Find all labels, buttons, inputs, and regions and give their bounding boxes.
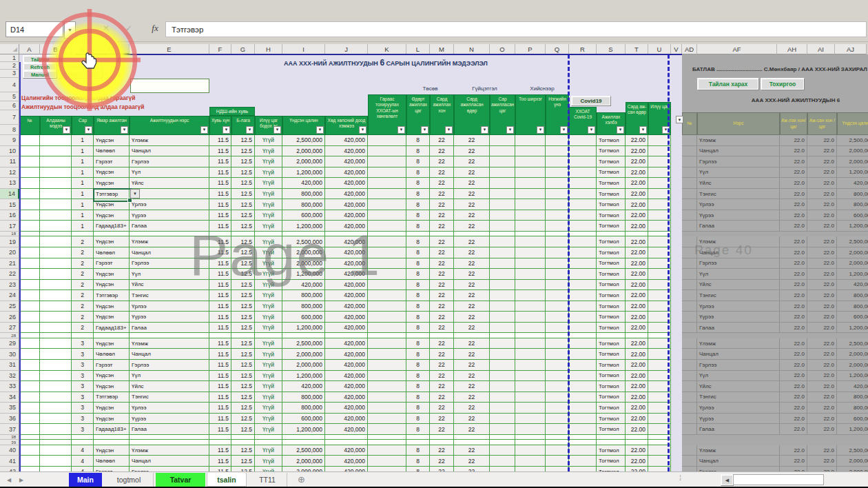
cell-J21[interactable]: 420,000 — [325, 258, 368, 270]
cell-J14[interactable]: 420,000 — [325, 189, 368, 200]
cell-L34[interactable]: 8 — [406, 392, 430, 403]
panel-cell-r41c1[interactable]: Чанцал — [697, 456, 780, 467]
cell-T37[interactable]: 22.00 — [626, 424, 648, 435]
cell-T27[interactable]: 22.00 — [626, 323, 648, 334]
cell-A17[interactable] — [19, 221, 40, 232]
cell-B36[interactable] — [40, 414, 72, 425]
cell-D38[interactable] — [94, 435, 130, 440]
panel-cell-r14c2[interactable]: 22.0 — [780, 189, 807, 200]
cell-A36[interactable] — [19, 414, 40, 425]
panel-cell-r27c0[interactable] — [682, 323, 697, 334]
cell-A9[interactable] — [19, 135, 40, 146]
cell-O39[interactable] — [490, 440, 515, 445]
cell-G9[interactable]: 12.5 — [231, 135, 255, 146]
cell-A30[interactable] — [19, 349, 40, 360]
cell-N29[interactable]: 22 — [454, 338, 490, 349]
cell-H28[interactable] — [255, 333, 282, 338]
column-header-J[interactable]: J — [325, 44, 368, 54]
panel-cell-r24c1[interactable]: Тэнгис — [697, 290, 780, 301]
cell-T33[interactable]: 22.00 — [626, 381, 648, 392]
cell-H25[interactable]: Үгүй — [255, 301, 282, 312]
row-header-12[interactable]: 12 — [0, 167, 19, 179]
panel-cell-r26c2[interactable]: 22.0 — [780, 312, 807, 323]
cell-D31[interactable]: Гэрээт — [94, 360, 130, 371]
cell-Q34[interactable] — [546, 392, 569, 403]
cell-A26[interactable] — [19, 312, 40, 323]
cell-E26[interactable]: Үүрээ — [130, 312, 209, 323]
cell-D29[interactable]: Үндсэн — [94, 338, 130, 349]
column-header-N[interactable]: N — [454, 44, 490, 54]
cell-J10[interactable]: 420,000 — [325, 146, 368, 157]
row-header-14[interactable]: 14 — [0, 189, 19, 200]
cell-E28[interactable] — [130, 333, 209, 338]
row-header-21[interactable]: 21 — [0, 258, 19, 270]
cell-O15[interactable] — [490, 199, 515, 210]
cell-J18[interactable] — [325, 232, 368, 237]
cell-Q39[interactable] — [546, 440, 569, 445]
cell-E15[interactable]: Үрлээ — [130, 199, 209, 210]
panel-cell-r27c2[interactable]: 22.0 — [780, 323, 807, 334]
cell-R38[interactable] — [569, 435, 597, 440]
cell-D18[interactable] — [94, 232, 130, 237]
cell-D26[interactable]: Үндсэн — [94, 312, 130, 323]
row-header-3[interactable]: 3 — [0, 70, 19, 78]
cell-R10[interactable] — [569, 146, 597, 157]
panel-cell-r15c3[interactable]: 22.0 — [807, 199, 837, 210]
cell-B16[interactable] — [40, 210, 72, 221]
cell-A15[interactable] — [19, 199, 40, 210]
row-header-33[interactable]: 33 — [0, 381, 19, 392]
cell-I29[interactable]: 2,500,000 — [282, 338, 325, 349]
table-header-dpm[interactable]: Сард ажиллах хон▼ — [430, 94, 454, 135]
panel-cell-r35c0[interactable] — [682, 403, 697, 414]
cell-P16[interactable] — [515, 210, 546, 221]
cell-dropdown-button[interactable]: ▼ — [130, 189, 140, 199]
cell-L12[interactable]: 8 — [406, 167, 430, 179]
cell-G18[interactable] — [231, 232, 255, 237]
cell-S9[interactable]: Тогтмол — [597, 135, 626, 146]
cell-C25[interactable]: 2 — [72, 301, 94, 312]
cell-H11[interactable]: Үгүй — [255, 156, 282, 167]
cell-Q41[interactable] — [546, 456, 569, 467]
cell-E18[interactable] — [130, 232, 209, 237]
cell-O29[interactable] — [490, 338, 515, 349]
cell-C22[interactable]: 2 — [72, 269, 94, 280]
cell-B41[interactable] — [40, 456, 72, 467]
cell-F12[interactable]: 11.5 — [209, 167, 231, 179]
cell-R18[interactable] — [569, 232, 597, 237]
cell-S33[interactable]: Тогтмол — [597, 381, 626, 392]
cell-B9[interactable] — [40, 135, 72, 146]
panel-cell-r37c2[interactable]: 22.0 — [780, 424, 807, 435]
cell-F33[interactable]: 11.5 — [209, 381, 231, 392]
cell-Q12[interactable] — [546, 167, 569, 179]
cell-F24[interactable]: 11.5 — [209, 290, 231, 301]
cell-O37[interactable] — [490, 424, 515, 435]
cell-B19[interactable] — [40, 236, 72, 247]
filter-icon[interactable]: ▼ — [506, 126, 514, 134]
cell-O18[interactable] — [490, 232, 515, 237]
cell-K9[interactable] — [368, 135, 406, 146]
panel-cell-r10c4[interactable]: 2,000,000 — [837, 146, 868, 157]
cell-C12[interactable]: 1 — [72, 167, 94, 179]
cell-K24[interactable] — [368, 290, 406, 301]
cell-T41[interactable]: 22.00 — [626, 456, 648, 467]
cell-K31[interactable] — [368, 360, 406, 371]
filter-icon[interactable]: ▼ — [246, 126, 254, 134]
cell-P27[interactable] — [515, 323, 546, 334]
panel-cell-r32c3[interactable]: 22.0 — [807, 371, 837, 382]
cell-B25[interactable] — [40, 301, 72, 312]
cell-S29[interactable]: Тогтмол — [597, 338, 626, 349]
row-header-25[interactable]: 25 — [0, 301, 19, 312]
panel-cell-r9c4[interactable]: 2,500,000 — [837, 135, 868, 146]
cell-L27[interactable]: 8 — [406, 323, 430, 334]
column-header-AI[interactable]: AI — [807, 44, 835, 54]
column-header-T[interactable]: T — [626, 44, 648, 54]
cell-D33[interactable]: Үндсэн — [94, 381, 130, 392]
column-header-AH[interactable]: AH — [777, 44, 807, 54]
cell-Q36[interactable] — [546, 414, 569, 425]
cell-Q20[interactable] — [546, 247, 569, 258]
cell-Q25[interactable] — [546, 301, 569, 312]
cell-I34[interactable]: 800,000 — [282, 392, 325, 403]
cell-T31[interactable]: 22.00 — [626, 360, 648, 371]
cell-S38[interactable] — [597, 435, 626, 440]
cell-N40[interactable]: 22 — [454, 445, 490, 456]
